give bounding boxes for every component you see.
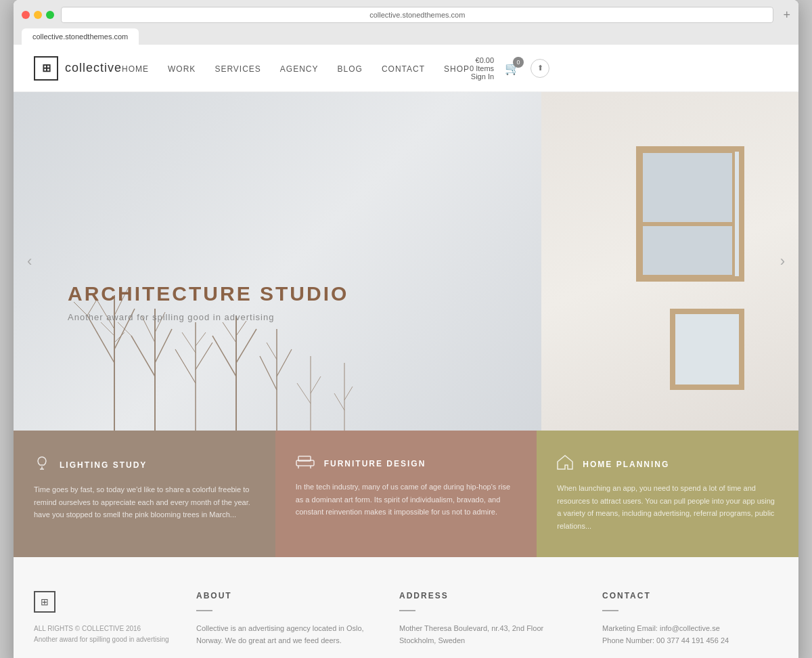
nav-item-home[interactable]: HOME <box>122 62 149 74</box>
site-footer: ⊞ ALL RIGHTS © COLLECTIVE 2016 Another a… <box>14 557 798 658</box>
svg-line-6 <box>114 332 125 343</box>
trees-svg <box>14 227 445 431</box>
svg-line-21 <box>212 336 236 376</box>
window-inner-top <box>640 150 735 225</box>
logo-icon: ⊞ <box>34 56 58 81</box>
footer-about-heading: ABOUT <box>196 591 372 600</box>
slider-next-button[interactable]: › <box>780 253 785 270</box>
browser-chrome: collective.stonedthemes.com + collective… <box>14 0 798 45</box>
window-large <box>636 146 744 282</box>
feature-header-lighting: LIGHTING STUDY <box>34 455 255 475</box>
hero-slider: ARCHITECTURE STUDIO Another award for sp… <box>14 92 798 431</box>
logo-text: collective <box>65 61 122 75</box>
nav-item-services[interactable]: SERVICES <box>215 62 261 74</box>
footer-address-divider <box>399 610 415 611</box>
logo-area[interactable]: ⊞ collective <box>34 56 122 81</box>
cart-badge: 0 <box>513 57 524 68</box>
hero-subtitle: Another award for spilling good in adver… <box>68 312 348 322</box>
footer-logo-icon: ⊞ <box>34 591 55 613</box>
share-icon: ⬆ <box>537 64 543 72</box>
browser-top-bar: collective.stonedthemes.com + <box>22 7 790 23</box>
browser-tab[interactable]: collective.stonedthemes.com <box>22 28 139 45</box>
svg-line-17 <box>196 343 212 370</box>
footer-brand-col: ⊞ ALL RIGHTS © COLLECTIVE 2016 Another a… <box>34 591 169 647</box>
hero-content: ARCHITECTURE STUDIO Another award for sp… <box>68 282 348 322</box>
svg-line-28 <box>267 343 277 359</box>
svg-line-23 <box>223 322 236 343</box>
nav-link-work[interactable]: WORK <box>168 64 196 74</box>
traffic-lights <box>22 11 54 19</box>
cart-items-count: 0 Items <box>470 64 494 72</box>
feature-title-furniture: FURNITURE DESIGN <box>324 459 426 468</box>
nav-link-contact[interactable]: CONTACT <box>382 64 425 74</box>
footer-about-divider <box>196 610 212 611</box>
svg-line-19 <box>196 332 206 346</box>
nav-item-contact[interactable]: CONTACT <box>382 62 425 74</box>
svg-line-14 <box>118 322 131 336</box>
window-inner-bottom <box>640 223 735 278</box>
svg-line-16 <box>175 349 196 383</box>
feature-title-lighting: LIGHTING STUDY <box>60 460 147 470</box>
traffic-light-close[interactable] <box>22 11 30 19</box>
address-bar[interactable]: collective.stonedthemes.com <box>61 7 773 23</box>
footer-address-text: Mother Theresa Boulevard, nr.43, 2nd Flo… <box>399 622 575 647</box>
building-wall <box>541 92 798 431</box>
footer-address-col: ADDRESS Mother Theresa Boulevard, nr.43,… <box>399 591 575 647</box>
nav-item-work[interactable]: WORK <box>168 62 196 74</box>
nav-item-shop[interactable]: SHOP <box>444 62 470 74</box>
browser-actions: + <box>780 8 790 22</box>
trees-area <box>14 227 445 431</box>
main-nav: HOME WORK SERVICES AGENCY BLOG CONTACT S… <box>122 62 470 74</box>
nav-list: HOME WORK SERVICES AGENCY BLOG CONTACT S… <box>122 62 470 74</box>
nav-link-shop[interactable]: SHOP <box>444 64 470 74</box>
footer-about-text: Collective is an advertising agency loca… <box>196 622 372 647</box>
svg-line-5 <box>101 322 114 336</box>
svg-line-18 <box>182 332 196 353</box>
hero-title: ARCHITECTURE STUDIO <box>68 282 348 305</box>
traffic-light-minimize[interactable] <box>34 11 42 19</box>
share-button[interactable]: ⬆ <box>531 59 549 78</box>
svg-line-26 <box>260 356 277 390</box>
traffic-light-maximize[interactable] <box>46 11 54 19</box>
header-right: €0.00 0 Items Sign In 🛒 0 ⬆ <box>470 56 549 81</box>
footer-copyright: ALL RIGHTS © COLLECTIVE 2016 Another awa… <box>34 623 169 645</box>
feature-block-home: HOME PLANNING When launching an app, you… <box>537 431 798 557</box>
url-text: collective.stonedthemes.com <box>369 11 465 19</box>
feature-text-furniture: In the tech industry, many of us came of… <box>296 481 517 519</box>
feature-title-home: HOME PLANNING <box>583 460 669 469</box>
feature-text-home: When launching an app, you need to spend… <box>557 482 778 533</box>
browser-tab-bar: collective.stonedthemes.com <box>22 28 790 45</box>
feature-header-home: HOME PLANNING <box>557 455 778 474</box>
svg-line-22 <box>236 329 256 363</box>
nav-item-blog[interactable]: BLOG <box>338 62 363 74</box>
slider-prev-button[interactable]: ‹ <box>27 253 32 270</box>
nav-item-agency[interactable]: AGENCY <box>280 62 319 74</box>
svg-line-30 <box>297 383 311 403</box>
furniture-icon <box>296 455 315 473</box>
sign-in-link[interactable]: Sign In <box>471 72 494 81</box>
site-header: ⊞ collective HOME WORK SERVICES AGENCY B… <box>14 45 798 92</box>
nav-link-services[interactable]: SERVICES <box>215 64 261 74</box>
footer-about-col: ABOUT Collective is an advertising agenc… <box>196 591 372 647</box>
lighting-icon <box>34 455 50 475</box>
svg-line-27 <box>277 349 292 376</box>
cart-price: €0.00 <box>476 56 495 64</box>
footer-contact-phone: Phone Number: 00 377 44 191 456 24 <box>602 634 778 647</box>
feature-block-lighting: LIGHTING STUDY Time goes by fast, so tod… <box>14 431 275 557</box>
footer-contact-email: Marketing Email: info@collective.se <box>602 622 778 635</box>
cart-icon-wrap[interactable]: 🛒 0 <box>505 61 520 76</box>
home-icon <box>557 455 573 474</box>
nav-link-blog[interactable]: BLOG <box>338 64 363 74</box>
nav-link-agency[interactable]: AGENCY <box>280 64 319 74</box>
tab-label: collective.stonedthemes.com <box>32 32 128 41</box>
browser-window: collective.stonedthemes.com + collective… <box>14 0 798 658</box>
nav-link-home[interactable]: HOME <box>122 64 149 74</box>
feature-header-furniture: FURNITURE DESIGN <box>296 455 517 473</box>
new-tab-button[interactable]: + <box>783 8 790 22</box>
feature-block-furniture: FURNITURE DESIGN In the tech industry, m… <box>275 431 537 557</box>
svg-line-10 <box>131 336 155 376</box>
cart-info: €0.00 0 Items Sign In <box>470 56 494 81</box>
svg-line-31 <box>311 376 321 393</box>
footer-contact-heading: CONTACT <box>602 591 778 600</box>
logo-grid-icon: ⊞ <box>42 63 51 74</box>
